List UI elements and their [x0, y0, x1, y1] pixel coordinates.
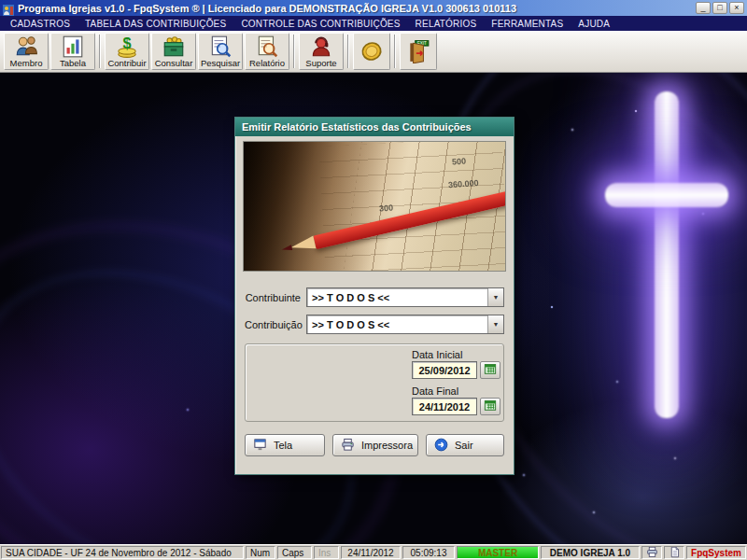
- impressora-button[interactable]: Impressora: [332, 434, 418, 456]
- search-page-icon: [208, 35, 233, 59]
- printer-icon: [341, 438, 355, 454]
- toolbar-suporte-label: Suporte: [305, 59, 336, 68]
- printer-icon: [646, 546, 658, 559]
- chevron-down-icon[interactable]: ▼: [487, 288, 503, 306]
- toolbar-consultar-label: Consultar: [155, 59, 193, 68]
- glowing-cross-horizontal: [605, 183, 728, 207]
- status-user-badge: MASTER: [457, 546, 539, 559]
- sair-label: Sair: [455, 440, 473, 451]
- support-headset-icon: [309, 35, 333, 59]
- contribuicao-value: >> T O D O S <<: [307, 319, 487, 330]
- exit-arrow-icon: [434, 438, 448, 454]
- status-num-lock: Num: [246, 546, 275, 559]
- impressora-label: Impressora: [361, 440, 413, 451]
- tela-label: Tela: [274, 440, 292, 451]
- data-inicial-block: Data Inicial 25/09/2012: [412, 349, 500, 379]
- toolbar-tabela-label: Tabela: [60, 59, 86, 68]
- toolbar-coin-button[interactable]: [353, 33, 390, 70]
- money-box-icon: [162, 35, 186, 59]
- sparkles: [0, 73, 2, 75]
- application-window: Programa Igrejas v1.0 - FpqSystem ® | Li…: [0, 0, 747, 560]
- toolbar-contribuir-button[interactable]: $ Contribuir: [105, 33, 149, 70]
- exit-door-icon: EXIT: [406, 39, 430, 63]
- toolbar-contribuir-label: Contribuir: [107, 59, 146, 68]
- toolbar-membro-label: Membro: [10, 59, 43, 68]
- toolbar-consultar-button[interactable]: Consultar: [151, 33, 196, 70]
- window-title: Programa Igrejas v1.0 - FpqSystem ® | Li…: [18, 3, 692, 14]
- data-inicial-field[interactable]: 25/09/2012: [412, 361, 477, 379]
- calendar-icon: [484, 399, 497, 415]
- date-range-groupbox: Data Inicial 25/09/2012 Data Final 24/11…: [245, 343, 504, 422]
- dialog-title: Emitir Relatório Estatísticos das Contri…: [242, 121, 472, 133]
- menu-cadastros[interactable]: CADASTROS: [4, 18, 77, 30]
- contribuinte-label: Contribuinte: [245, 292, 306, 303]
- status-caps-lock: Caps: [277, 546, 312, 559]
- members-icon: [14, 35, 38, 59]
- coin-icon: [359, 39, 384, 63]
- contribuicao-label: Contribuição: [245, 319, 306, 330]
- toolbar-tabela-button[interactable]: Tabela: [50, 33, 95, 70]
- data-final-label: Data Final: [412, 385, 500, 397]
- status-church-name: DEMO IGREJA 1.0: [541, 546, 640, 559]
- menu-ajuda[interactable]: AJUDA: [571, 18, 616, 30]
- toolbar-pesquisar-label: Pesquisar: [201, 59, 240, 68]
- toolbar-exit-button[interactable]: EXIT: [400, 33, 437, 70]
- data-final-field[interactable]: 24/11/2012: [412, 398, 477, 415]
- calendar-icon: [484, 362, 497, 379]
- screen-icon: [253, 438, 267, 454]
- status-date: 24/11/2012: [341, 546, 401, 559]
- title-bar: Programa Igrejas v1.0 - FpqSystem ® | Li…: [0, 0, 747, 16]
- photo-number: 300: [379, 203, 394, 213]
- toolbar-relatorio-label: Relatório: [249, 59, 285, 68]
- menu-tabela-das-contribuicoes[interactable]: TABELA DAS CONTRIBUIÇÕES: [78, 18, 233, 30]
- menu-controle-das-contribuicoes[interactable]: CONTROLE DAS CONTRIBUIÇÕES: [234, 18, 406, 30]
- ledger-pencil-photo: 500 360.000 300: [243, 141, 506, 272]
- status-time: 05:09:13: [402, 546, 455, 559]
- toolbar: Membro Tabela $ Contribuir Consultar Pes: [0, 31, 747, 73]
- close-button[interactable]: ×: [729, 2, 744, 14]
- toolbar-pesquisar-button[interactable]: Pesquisar: [198, 33, 243, 70]
- contribuinte-value: >> T O D O S <<: [307, 292, 487, 303]
- maximize-button[interactable]: □: [712, 2, 727, 14]
- status-brand: FpqSystem: [686, 546, 746, 559]
- menu-relatorios[interactable]: RELATÓRIOS: [409, 18, 484, 30]
- dialog-buttons: Tela Impressora Sair: [245, 434, 504, 456]
- tela-button[interactable]: Tela: [245, 434, 325, 456]
- toolbar-relatorio-button[interactable]: Relatório: [245, 33, 289, 70]
- table-chart-icon: [61, 35, 85, 59]
- toolbar-separator: [293, 35, 295, 68]
- menu-bar: CADASTROS TABELA DAS CONTRIBUIÇÕES CONTR…: [0, 16, 747, 31]
- svg-text:$: $: [122, 35, 131, 51]
- dollar-contribute-icon: $: [115, 35, 139, 59]
- data-final-block: Data Final 24/11/2012: [412, 385, 500, 415]
- menu-ferramentas[interactable]: FERRAMENTAS: [485, 18, 570, 30]
- sair-button[interactable]: Sair: [426, 434, 504, 456]
- dialog-title-bar[interactable]: Emitir Relatório Estatísticos das Contri…: [235, 118, 514, 136]
- toolbar-separator: [99, 35, 101, 68]
- status-insert: Ins: [314, 546, 339, 559]
- status-printer-button[interactable]: [641, 546, 662, 559]
- data-inicial-label: Data Inicial: [412, 349, 500, 360]
- report-dialog: Emitir Relatório Estatísticos das Contri…: [234, 117, 514, 475]
- status-document-button[interactable]: [664, 546, 684, 559]
- toolbar-separator: [394, 35, 396, 68]
- status-location: SUA CIDADE - UF 24 de Novembro de 2012 -…: [1, 546, 244, 559]
- chevron-down-icon[interactable]: ▼: [487, 315, 503, 333]
- document-icon: [669, 546, 681, 559]
- minimize-button[interactable]: _: [696, 2, 711, 14]
- toolbar-separator: [347, 35, 349, 68]
- glowing-cross-vertical: [655, 91, 679, 418]
- contribuicao-select[interactable]: >> T O D O S << ▼: [306, 315, 504, 334]
- data-final-calendar-button[interactable]: [480, 398, 500, 415]
- photo-number: 500: [452, 156, 467, 166]
- contribuinte-select[interactable]: >> T O D O S << ▼: [306, 287, 504, 307]
- data-inicial-calendar-button[interactable]: [480, 361, 500, 379]
- status-bar: SUA CIDADE - UF 24 de Novembro de 2012 -…: [0, 544, 747, 560]
- app-icon: [3, 3, 14, 14]
- toolbar-membro-button[interactable]: Membro: [4, 33, 49, 70]
- report-icon: [255, 35, 279, 59]
- contribuinte-row: Contribuinte >> T O D O S << ▼: [245, 287, 504, 307]
- toolbar-suporte-button[interactable]: Suporte: [299, 33, 344, 70]
- contribuicao-row: Contribuição >> T O D O S << ▼: [245, 315, 504, 334]
